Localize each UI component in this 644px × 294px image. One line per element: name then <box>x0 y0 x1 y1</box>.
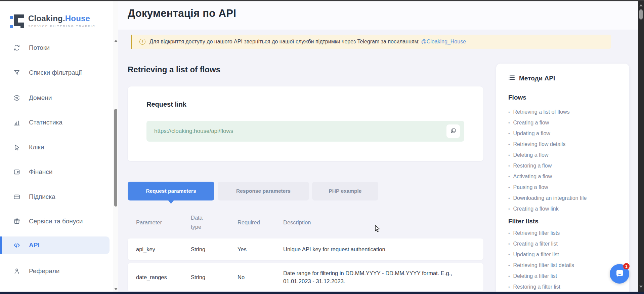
method-link[interactable]: Retrieving a list of flows <box>508 107 587 117</box>
tab-request-parameters[interactable]: Request parameters <box>128 182 214 200</box>
telegram-link[interactable]: @Cloaking_House <box>421 39 466 44</box>
mouse-cursor <box>374 225 381 234</box>
logo-mark-icon <box>9 12 26 30</box>
sidebar-item-label: Фінанси <box>29 168 52 176</box>
param-cell: date_ranges <box>136 263 186 291</box>
type-cell: String <box>191 238 231 260</box>
request-url-text: https://cloaking.house/api/flows <box>154 128 233 135</box>
list-icon <box>508 74 515 82</box>
sidebar-scrollbar <box>113 1 118 292</box>
methods-list-flows: Retrieving a list of flows Creating a fl… <box>508 107 587 214</box>
sidebar-item-referrals[interactable]: Реферали <box>0 262 110 280</box>
alert-text: Для відкриття доступу до нашого API звер… <box>149 39 466 45</box>
tab-php-example[interactable]: PHP example <box>312 182 378 200</box>
required-cell: No <box>238 263 278 291</box>
sidebar-item-statistics[interactable]: Статистика <box>0 114 110 131</box>
method-link[interactable]: Activating a flow <box>508 171 587 182</box>
table-row: api_key String Yes Unique API key for re… <box>128 238 483 260</box>
api-methods-panel: Методи API Flows Retrieving a list of fl… <box>496 64 629 294</box>
sidebar-item-finances[interactable]: Фінанси <box>0 163 110 181</box>
method-link[interactable]: Downloading an integration file <box>508 193 587 204</box>
window-top-edge <box>0 0 644 1</box>
chat-bubble-icon <box>614 268 625 280</box>
method-link[interactable]: Retrieving filter list details <box>508 260 574 271</box>
gift-icon <box>13 217 21 225</box>
sync-icon <box>13 44 21 52</box>
person-icon <box>13 267 21 275</box>
app-screen: Cloaking.House SERVICE FILTERING TRAFFIC… <box>0 0 644 294</box>
copy-button[interactable] <box>446 124 460 138</box>
sidebar-item-label: Статистика <box>29 119 62 126</box>
description-cell: Unique API key for request authenticatio… <box>283 238 471 260</box>
method-link[interactable]: Deleting a flow <box>508 150 587 160</box>
window-scrollbar-thumb[interactable] <box>639 9 643 20</box>
scroll-up-arrow-icon[interactable] <box>639 4 643 6</box>
methods-section-heading: Filter lists <box>508 218 539 225</box>
main-content: Документація по API ! Для відкриття дост… <box>118 1 638 292</box>
wallet-icon <box>13 168 21 176</box>
window-bottom-edge <box>0 292 644 294</box>
page-title: Документація по API <box>128 7 236 20</box>
cursor-icon <box>13 143 21 151</box>
description-cell: Date range for filtering in DD.MM.YYYY -… <box>283 263 471 291</box>
globe-icon <box>13 94 21 102</box>
copy-icon <box>450 128 456 135</box>
method-link[interactable]: Retrieving flow details <box>508 139 587 150</box>
logo[interactable]: Cloaking.House SERVICE FILTERING TRAFFIC <box>9 12 96 30</box>
tab-response-parameters[interactable]: Response parameters <box>218 182 309 200</box>
sidebar-item-label: API <box>29 242 40 249</box>
sidebar-item-subscription[interactable]: Підписка <box>0 188 110 206</box>
sidebar-item-flows[interactable]: Потоки <box>0 39 110 57</box>
warning-icon: ! <box>139 39 145 45</box>
sidebar-item-domains[interactable]: Домени <box>0 89 110 107</box>
sidebar: Cloaking.House SERVICE FILTERING TRAFFIC… <box>0 1 113 292</box>
logo-title: Cloaking.House <box>28 14 96 23</box>
scroll-down-arrow-icon[interactable] <box>639 286 643 288</box>
section-heading: Retrieving a list of flows <box>128 65 220 74</box>
method-link[interactable]: Updating a flow <box>508 128 587 139</box>
sidebar-item-label: Кліки <box>29 144 44 151</box>
sidebar-item-label: Сервіси та бонуси <box>29 218 83 225</box>
filter-icon <box>13 69 21 77</box>
methods-panel-header: Методи API <box>508 74 555 82</box>
method-link[interactable]: Updating a filter list <box>508 249 574 260</box>
sidebar-item-clicks[interactable]: Кліки <box>0 139 110 156</box>
method-link[interactable]: Creating a flow <box>508 117 587 128</box>
sidebar-item-label: Підписка <box>29 193 55 200</box>
column-header: Parameter <box>136 209 186 236</box>
sidebar-item-api[interactable]: API <box>0 236 110 254</box>
request-link-card: Request link https://cloaking.house/api/… <box>128 86 483 161</box>
method-link[interactable]: Creating a filter list <box>508 238 574 249</box>
sidebar-scrollbar-thumb[interactable] <box>114 109 117 207</box>
column-header: Required <box>238 209 278 236</box>
credit-card-icon <box>13 193 21 201</box>
window-scrollbar <box>638 1 644 292</box>
scroll-down-arrow-icon[interactable] <box>114 288 118 290</box>
required-cell: Yes <box>238 238 278 260</box>
sidebar-item-label: Потоки <box>29 44 50 51</box>
table-header-row: Parameter Data type Required Description <box>128 209 483 236</box>
sidebar-item-label: Списки фільтрації <box>29 69 82 76</box>
method-link[interactable]: Creating a flow link <box>508 204 587 214</box>
method-link[interactable]: Deleting a filter list <box>508 271 574 282</box>
request-link-title: Request link <box>146 101 186 108</box>
param-cell: api_key <box>136 238 186 260</box>
code-icon <box>13 241 21 249</box>
method-link[interactable]: Pausing a flow <box>508 182 587 193</box>
sidebar-item-label: Домени <box>29 94 52 102</box>
scroll-up-arrow-icon[interactable] <box>114 40 118 42</box>
type-cell: String <box>191 263 231 291</box>
methods-panel-title: Методи API <box>519 75 555 82</box>
methods-list-filter-lists: Retrieving filter lists Creating a filte… <box>508 228 574 292</box>
method-link[interactable]: Restoring a flow <box>508 160 587 171</box>
sidebar-item-services-bonuses[interactable]: Сервіси та бонуси <box>0 213 110 230</box>
sidebar-item-filter-lists[interactable]: Списки фільтрації <box>0 64 110 81</box>
active-tab-notch <box>168 200 174 204</box>
method-link[interactable]: Restoring a filter list <box>508 282 574 292</box>
sidebar-item-label: Реферали <box>29 267 59 275</box>
info-alert: ! Для відкриття доступу до нашого API зв… <box>131 35 611 49</box>
method-link[interactable]: Retrieving filter lists <box>508 228 574 238</box>
table-row: date_ranges String No Date range for fil… <box>128 263 483 291</box>
logo-subtitle: SERVICE FILTERING TRAFFIC <box>28 24 96 28</box>
request-url-field[interactable]: https://cloaking.house/api/flows <box>146 121 464 142</box>
